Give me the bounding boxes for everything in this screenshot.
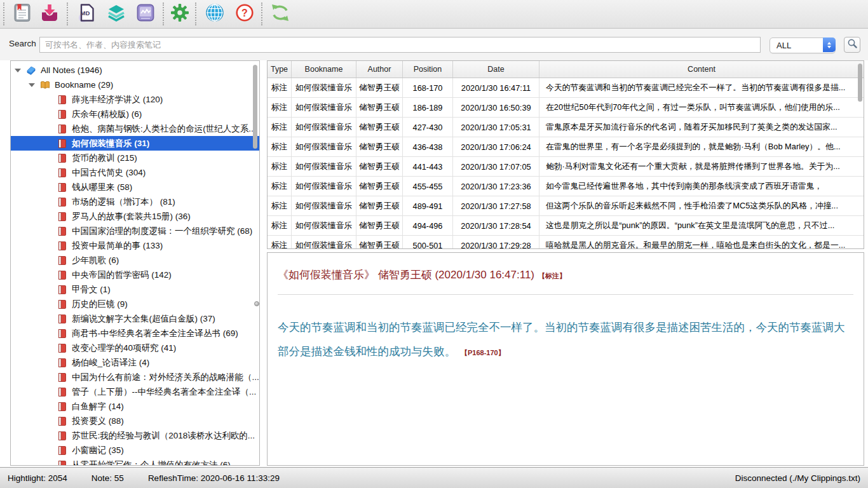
note-body-text: 今天的节奏蓝调和当初的节奏蓝调已经完全不一样了。当初的节奏蓝调有很多是描述困苦生…: [278, 321, 845, 358]
statistics-button[interactable]: [135, 3, 156, 25]
book-label: 白鱼解字 (14): [72, 401, 124, 412]
cell-date: 2020/1/30 17:06:24: [453, 137, 539, 156]
table-row[interactable]: 标注 如何假装懂音乐 储智勇王硕 455-455 2020/1/30 17:23…: [268, 177, 864, 196]
cell-type: 标注: [268, 98, 292, 117]
sidebar-tree: All Notes (1946) Bookname (29) 薛兆丰经济学讲义 …: [10, 60, 260, 466]
search-input[interactable]: [39, 37, 761, 53]
sidebar-book-item[interactable]: 中国为什么有前途：对外经济关系的战略潜能（...: [11, 370, 259, 384]
toolbar-separator: [261, 3, 262, 25]
book-label: 管子（上下册）--中华经典名著全本全注全译（...: [72, 386, 256, 398]
cell-content: 但这两个乐队的音乐听起来截然不同，性手枪沿袭了MC5这类乐队的风格，冲撞...: [539, 196, 864, 215]
column-header-date[interactable]: Date: [453, 61, 539, 78]
sidebar-book-item[interactable]: 中国古代简史 (304): [11, 165, 259, 180]
sidebar-book-item[interactable]: 枪炮、病菌与钢铁:人类社会的命运(世纪人文系...: [11, 121, 259, 136]
column-header-content[interactable]: Content: [539, 61, 864, 78]
disclosure-triangle-icon[interactable]: [15, 69, 21, 72]
sidebar-book-item[interactable]: 白鱼解字 (14): [11, 399, 259, 414]
cell-bookname: 如何假装懂音乐: [292, 236, 356, 249]
cell-position: 500-501: [403, 236, 453, 249]
sidebar-book-item[interactable]: 薛兆丰经济学讲义 (120): [11, 92, 259, 107]
note-detail-panel: 《如何假装懂音乐》 储智勇王硕 (2020/1/30 16:47:11)【标注】…: [267, 252, 864, 466]
bookname-group-icon: [39, 80, 51, 90]
sidebar-book-item[interactable]: 中国国家治理的制度逻辑：一个组织学研究 (68): [11, 224, 259, 238]
sidebar-book-item[interactable]: 商君书-中华经典名著全本全注全译丛书 (69): [11, 326, 259, 341]
table-row[interactable]: 标注 如何假装懂音乐 储智勇王硕 489-491 2020/1/30 17:27…: [268, 196, 864, 216]
help-button[interactable]: ?: [234, 3, 255, 25]
table-row[interactable]: 标注 如何假装懂音乐 储智勇王硕 186-189 2020/1/30 16:50…: [268, 98, 864, 118]
book-icon: [57, 372, 68, 383]
splitter-handle[interactable]: [254, 301, 259, 306]
book-label: 少年凯歌 (6): [72, 255, 119, 266]
book-icon: [57, 343, 68, 353]
toolbar-separator: [195, 3, 196, 25]
sidebar-book-item[interactable]: 投资要义 (88): [11, 414, 259, 428]
sidebar-book-item[interactable]: 庆余年(精校版) (6): [11, 107, 259, 121]
note-detail-title: 《如何假装懂音乐》 储智勇王硕 (2020/1/30 16:47:11)【标注】: [278, 267, 853, 284]
cell-date: 2020/1/30 16:47:11: [453, 78, 539, 97]
sync-button[interactable]: [269, 3, 291, 25]
sidebar-book-item[interactable]: 市场的逻辑（增订本） (81): [11, 194, 259, 209]
sidebar-book-item[interactable]: 如何假装懂音乐 (31): [11, 136, 259, 151]
cell-position: 455-455: [403, 177, 453, 196]
sidebar-book-item[interactable]: 钱从哪里来 (58): [11, 180, 259, 194]
table-row[interactable]: 标注 如何假装懂音乐 储智勇王硕 436-438 2020/1/30 17:06…: [268, 137, 864, 157]
table-scrollbar-thumb[interactable]: [858, 64, 862, 102]
markdown-export-button[interactable]: MD: [76, 3, 98, 25]
sidebar-book-item[interactable]: 中央帝国的哲学密码 (142): [11, 268, 259, 282]
import-button[interactable]: [39, 3, 60, 25]
notes-button[interactable]: [11, 3, 33, 25]
cell-date: 2020/1/30 16:50:39: [453, 98, 539, 117]
layers-button[interactable]: [105, 3, 127, 25]
sidebar-book-item[interactable]: 杨伯峻_论语译注 (4): [11, 355, 259, 370]
sidebar-book-item[interactable]: 历史的巨镜 (9): [11, 297, 259, 311]
settings-button[interactable]: [169, 3, 191, 25]
column-header-type[interactable]: Type: [268, 61, 292, 78]
sidebar-book-item[interactable]: 新编说文解字大全集(超值白金版) (37): [11, 311, 259, 326]
table-row[interactable]: 标注 如何假装懂音乐 储智勇王硕 427-430 2020/1/30 17:05…: [268, 118, 864, 137]
sidebar-book-item[interactable]: 罗马人的故事(套装共15册) (36): [11, 209, 259, 224]
book-label: 枪炮、病菌与钢铁:人类社会的命运(世纪人文系...: [72, 123, 256, 135]
book-icon: [57, 402, 68, 412]
gear-icon: [170, 3, 190, 25]
book-label: 中国国家治理的制度逻辑：一个组织学研究 (68): [72, 226, 252, 237]
book-label: 小窗幽记 (35): [72, 445, 124, 456]
disclosure-triangle-icon[interactable]: [29, 83, 35, 87]
cell-author: 储智勇王硕: [356, 236, 403, 249]
sidebar-book-item[interactable]: 甲骨文 (1): [11, 282, 259, 297]
book-label: 苏世民:我的经验与教训（2018读桥水达利欧的...: [72, 430, 255, 442]
book-icon: [57, 168, 68, 178]
cell-bookname: 如何假装懂音乐: [292, 196, 356, 215]
sidebar-book-item[interactable]: 货币的教训 (215): [11, 151, 259, 165]
sidebar-item-all-notes[interactable]: All Notes (1946): [11, 63, 259, 78]
cell-date: 2020/1/30 17:05:31: [453, 118, 539, 137]
sidebar-book-item[interactable]: 少年凯歌 (6): [11, 253, 259, 268]
sidebar-book-item[interactable]: 投资中最简单的事 (133): [11, 238, 259, 253]
search-button[interactable]: [844, 37, 860, 53]
column-header-author[interactable]: Author: [356, 61, 403, 78]
filter-dropdown[interactable]: ALL: [770, 37, 836, 53]
table-row[interactable]: 标注 如何假装懂音乐 储智勇王硕 494-496 2020/1/30 17:28…: [268, 216, 864, 236]
dropdown-stepper-icon: [823, 37, 836, 52]
cell-author: 储智勇王硕: [356, 137, 403, 156]
sidebar-book-item[interactable]: 改变心理学的40项研究 (41): [11, 341, 259, 355]
table-row[interactable]: 标注 如何假装懂音乐 储智勇王硕 168-170 2020/1/30 16:47…: [268, 78, 864, 98]
table-row[interactable]: 标注 如何假装懂音乐 储智勇王硕 441-443 2020/1/30 17:07…: [268, 157, 864, 177]
book-icon: [57, 182, 68, 193]
table-row[interactable]: 标注 如何假装懂音乐 储智勇王硕 500-501 2020/1/30 17:29…: [268, 236, 864, 249]
sidebar-scrollbar-thumb[interactable]: [253, 65, 257, 149]
book-icon: [57, 197, 68, 207]
sidebar-item-bookname-group[interactable]: Bookname (29): [11, 78, 259, 92]
sidebar-book-item[interactable]: 管子（上下册）--中华经典名著全本全注全译（...: [11, 384, 259, 399]
column-header-bookname[interactable]: Bookname: [292, 61, 356, 78]
toolbar-separator: [3, 3, 4, 25]
sidebar-book-item[interactable]: 苏世民:我的经验与教训（2018读桥水达利欧的...: [11, 428, 259, 443]
column-header-position[interactable]: Position: [403, 61, 453, 78]
cell-bookname: 如何假装懂音乐: [292, 98, 356, 117]
sidebar-book-item[interactable]: 小窗幽记 (35): [11, 443, 259, 458]
book-icon: [57, 212, 68, 222]
cell-type: 标注: [268, 236, 292, 249]
web-button[interactable]: [204, 3, 226, 25]
sidebar-book-item[interactable]: 从零开始学写作：个人增值的有效方法 (6): [11, 458, 259, 466]
note-type-tag: 【标注】: [538, 272, 566, 280]
main-area: All Notes (1946) Bookname (29) 薛兆丰经济学讲义 …: [0, 60, 868, 466]
